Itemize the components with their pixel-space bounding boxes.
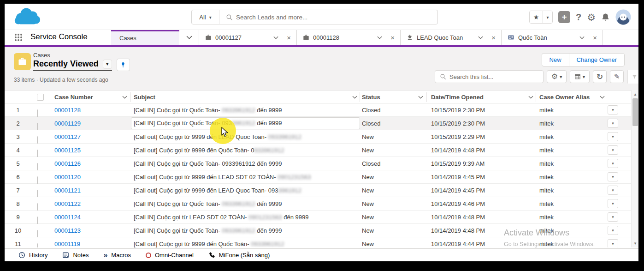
case-number-link[interactable]: 00001125: [54, 144, 81, 157]
tab-dropdown[interactable]: [273, 36, 278, 39]
table-row[interactable]: 5 00001126 [Call IN] Cuộc gọi từ Quốc To…: [5, 157, 631, 170]
notifications-bell-button[interactable]: [601, 13, 610, 22]
search-scope-label: All: [199, 14, 206, 21]
table-row[interactable]: 2 00001129 [Call IN] Cuộc gọi từ Quốc To…: [5, 117, 631, 130]
row-checkbox[interactable]: [37, 136, 38, 144]
favorites-list-button[interactable]: ▾: [543, 11, 552, 23]
list-search-box[interactable]: Search this list...: [435, 70, 544, 83]
row-checkbox[interactable]: [37, 217, 38, 224]
column-divider: [130, 92, 131, 102]
table-row[interactable]: 9 00001124 [Call IN] Cuộc gọi từ LEAD SD…: [5, 211, 631, 224]
case-number-link[interactable]: 00001124: [54, 211, 81, 224]
tab-case-00001128[interactable]: 00001128 ×: [296, 30, 400, 45]
row-actions-button[interactable]: ▾: [608, 132, 618, 141]
tab-contact-quoc-toan[interactable]: Quốc Toàn ×: [501, 30, 603, 45]
case-number-link[interactable]: 00001119: [54, 237, 80, 247]
row-actions-button[interactable]: ▾: [608, 226, 618, 235]
tab-dropdown[interactable]: [579, 36, 585, 39]
utility-macros[interactable]: » Macros: [103, 249, 131, 261]
row-checkbox[interactable]: [37, 243, 38, 247]
column-header-case-owner-alias[interactable]: Case Owner Alias: [539, 90, 605, 104]
favorite-star-button[interactable]: ★: [530, 11, 543, 23]
row-checkbox[interactable]: [37, 203, 38, 211]
row-actions-button[interactable]: ▾: [608, 172, 618, 181]
column-header-case-number[interactable]: Case Number: [54, 90, 127, 104]
case-number-link[interactable]: 00001129: [54, 117, 81, 130]
utility-omni-channel[interactable]: Omni-Channel: [146, 249, 194, 261]
row-actions-button[interactable]: ▾: [608, 119, 618, 128]
app-launcher-button[interactable]: [14, 33, 23, 44]
list-settings-button[interactable]: ⚙ ▾: [547, 70, 567, 83]
utility-history[interactable]: History: [18, 249, 47, 261]
row-checkbox[interactable]: [37, 190, 38, 198]
column-header-status[interactable]: Status: [362, 90, 423, 104]
row-actions-button[interactable]: ▾: [608, 105, 618, 114]
utility-mifone[interactable]: MiFone (Sẵn sàng): [208, 249, 270, 261]
row-actions-button[interactable]: ▾: [608, 199, 618, 208]
case-number-link[interactable]: 00001128: [54, 103, 81, 117]
date-time-opened-value: 10/14/2019 4:45 PM: [431, 184, 485, 197]
row-actions-button[interactable]: ▾: [608, 239, 618, 247]
pin-list-button[interactable]: [117, 59, 130, 71]
tab-case-00001127[interactable]: 00001127 ×: [199, 30, 296, 45]
case-number-link[interactable]: 00001120: [54, 170, 81, 184]
tab-lead-quoc-toan[interactable]: LEAD Quoc Toan ×: [400, 30, 501, 45]
row-actions-button[interactable]: ▾: [608, 145, 618, 155]
table-row[interactable]: 8 00001122 [Call IN] Cuộc gọi từ Quốc To…: [5, 197, 631, 211]
case-number-link[interactable]: 00001121: [54, 184, 81, 197]
row-actions-button[interactable]: ▾: [608, 186, 618, 195]
edit-button[interactable]: ✎: [610, 70, 624, 83]
table-row[interactable]: 7 00001121 [Call out] Cuộc gọi từ 9999 đ…: [5, 184, 631, 197]
row-checkbox[interactable]: [37, 163, 38, 171]
column-header-subject[interactable]: Subject: [134, 90, 357, 104]
row-actions-button[interactable]: ▾: [608, 212, 618, 222]
select-all-checkbox[interactable]: [37, 94, 44, 101]
case-number-link[interactable]: 00001123: [54, 224, 81, 237]
table-row[interactable]: 4 00001125 [Call out] Cuộc gọi từ 9999 đ…: [5, 144, 631, 157]
setup-gear-button[interactable]: ⚙: [587, 12, 596, 22]
tab-close-button[interactable]: ×: [490, 34, 497, 42]
row-checkbox[interactable]: [37, 123, 38, 131]
global-actions-button[interactable]: +: [558, 11, 570, 23]
list-view-selector[interactable]: Recently Viewed ▾: [33, 59, 112, 71]
tab-dropdown[interactable]: [377, 36, 382, 39]
global-search-input[interactable]: Search Leads and more...: [236, 14, 307, 21]
row-checkbox[interactable]: [37, 176, 38, 184]
filter-button-disabled[interactable]: [627, 70, 628, 83]
pencil-icon: ✎: [614, 72, 620, 81]
scroll-up-arrow[interactable]: ▲: [632, 91, 638, 97]
case-number-link[interactable]: 00001122: [54, 197, 81, 211]
scrollbar-thumb[interactable]: [632, 98, 638, 126]
row-checkbox[interactable]: [37, 109, 38, 117]
row-checkbox[interactable]: [37, 230, 38, 238]
row-actions-button[interactable]: ▾: [608, 159, 618, 168]
refresh-button[interactable]: ↻: [593, 70, 607, 83]
table-row[interactable]: 3 00001127 [Call out] Cuộc gọi từ 9999 đ…: [5, 130, 631, 144]
user-avatar[interactable]: [615, 9, 631, 25]
tab-cases-active[interactable]: Cases: [111, 30, 179, 45]
column-header-date-time-opened[interactable]: Date/Time Opened: [431, 90, 533, 104]
table-row[interactable]: 11 00001119 [Call out] Cuộc gọi từ 9999 …: [5, 237, 631, 247]
row-checkbox[interactable]: [37, 150, 38, 157]
date-time-opened-value: 10/15/2019 2:29 PM: [431, 130, 485, 144]
change-owner-button[interactable]: Change Owner: [569, 53, 625, 66]
tab-dropdown[interactable]: [478, 36, 483, 39]
display-as-button[interactable]: ▾: [570, 70, 590, 83]
scroll-down-arrow[interactable]: ▼: [632, 240, 638, 247]
help-button[interactable]: ?: [576, 12, 581, 23]
tab-close-button[interactable]: ×: [389, 34, 396, 42]
column-label: Date/Time Opened: [431, 94, 484, 101]
table-row[interactable]: 1 00001128 [Call IN] Cuộc gọi từ Quốc To…: [5, 103, 631, 117]
table-row[interactable]: 6 00001120 [Call out] Cuộc gọi từ 9999 đ…: [5, 170, 631, 184]
new-button[interactable]: New: [542, 53, 569, 66]
table-row[interactable]: 10 00001123 [Call IN] Cuộc gọi từ Quốc T…: [5, 224, 631, 237]
case-number-link[interactable]: 00001126: [54, 157, 81, 170]
vertical-scrollbar[interactable]: ▲ ▼: [631, 90, 638, 247]
search-scope-selector[interactable]: All ▾: [192, 10, 219, 24]
case-number-link[interactable]: 00001127: [54, 130, 81, 144]
tab-close-button[interactable]: ×: [285, 34, 293, 42]
list-search-input[interactable]: Search this list...: [449, 73, 493, 80]
tab-close-button[interactable]: ×: [591, 34, 599, 42]
utility-notes[interactable]: Notes: [62, 249, 89, 261]
tab-cases-dropdown[interactable]: [179, 30, 199, 45]
